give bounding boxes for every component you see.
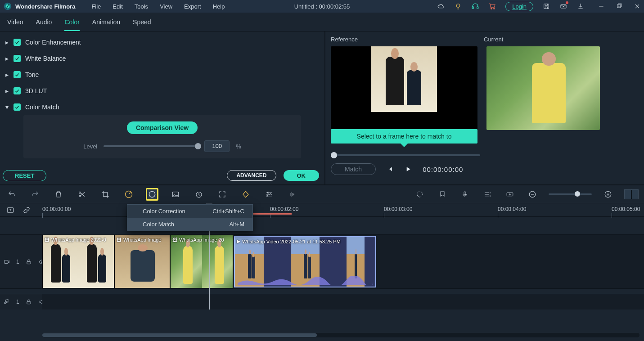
- crop-icon[interactable]: [99, 188, 112, 201]
- svg-rect-25: [464, 192, 466, 195]
- collapse-icon[interactable]: ▾: [5, 103, 9, 111]
- preview-timecode: 00:00:00:00: [423, 166, 463, 173]
- menu-export[interactable]: Export: [184, 3, 201, 10]
- match-button[interactable]: Match: [331, 163, 376, 175]
- render-icon[interactable]: [414, 188, 426, 201]
- login-button[interactable]: Login: [505, 2, 533, 11]
- tick-2: 00:00:02:00: [270, 206, 298, 212]
- checkbox[interactable]: [14, 87, 21, 94]
- row-color-match[interactable]: ▾ Color Match: [2, 99, 323, 115]
- empty-track[interactable]: [0, 217, 644, 235]
- row-color-enhancement[interactable]: ▸ Color Enhancement: [2, 34, 323, 50]
- lock-icon[interactable]: [26, 259, 32, 265]
- expand-icon[interactable]: ▸: [5, 71, 9, 78]
- slider-thumb[interactable]: [195, 143, 201, 149]
- expand-icon[interactable]: ▸: [5, 55, 9, 62]
- tab-speed[interactable]: Speed: [133, 18, 151, 31]
- fullscreen-icon[interactable]: [216, 188, 229, 201]
- zoom-slider[interactable]: [549, 193, 592, 195]
- scrubber-thumb[interactable]: [331, 152, 337, 158]
- video-track-body[interactable]: 🖼WhatsApp Image 2022-0 🖼WhatsApp Image 🖼…: [42, 235, 644, 288]
- zoom-in-icon[interactable]: [602, 188, 614, 201]
- svg-rect-12: [618, 4, 621, 7]
- audio-eq-icon[interactable]: [286, 188, 299, 201]
- tab-color[interactable]: Color: [64, 18, 79, 31]
- mixer-icon[interactable]: [481, 188, 494, 201]
- minimize-icon[interactable]: [597, 2, 605, 10]
- color-tools-icon[interactable]: [146, 188, 158, 201]
- undo-icon[interactable]: [5, 188, 18, 201]
- close-icon[interactable]: [633, 2, 641, 10]
- save-icon[interactable]: [542, 2, 550, 10]
- timeline-ruler[interactable]: 00:00:00:00 00:00:01:00 00:00:02:00 00:0…: [0, 203, 644, 217]
- checkbox[interactable]: [14, 71, 21, 78]
- delete-icon[interactable]: [52, 188, 65, 201]
- audio-track-body[interactable]: [42, 294, 644, 310]
- menu-help[interactable]: Help: [213, 3, 225, 10]
- menu-edit[interactable]: Edit: [113, 3, 122, 10]
- cart-icon[interactable]: [488, 2, 496, 10]
- tab-audio[interactable]: Audio: [36, 18, 52, 31]
- headset-icon[interactable]: [471, 2, 479, 10]
- svg-point-7: [494, 8, 495, 9]
- reference-preview[interactable]: [331, 46, 477, 130]
- advanced-button[interactable]: ADVANCED: [227, 170, 276, 181]
- tab-animation[interactable]: Animation: [92, 18, 120, 31]
- svg-point-21: [267, 192, 269, 193]
- checkbox[interactable]: [14, 55, 21, 62]
- split-icon[interactable]: [76, 188, 88, 201]
- clip-image-3[interactable]: 🖼WhatsApp Image 20: [170, 235, 233, 288]
- speed-icon[interactable]: [122, 188, 135, 201]
- menu-view[interactable]: View: [160, 3, 172, 10]
- scrollbar-thumb[interactable]: [42, 333, 317, 337]
- checkbox[interactable]: [14, 39, 21, 46]
- menu-color-correction[interactable]: Color Correction Ctrl+Shift+C: [127, 205, 252, 218]
- zoom-thumb[interactable]: [575, 191, 580, 197]
- comparison-view-button[interactable]: Comparison View: [127, 121, 198, 134]
- download-icon[interactable]: [576, 2, 585, 10]
- mail-icon[interactable]: [559, 2, 567, 10]
- menu-file[interactable]: File: [91, 3, 101, 10]
- add-track-icon[interactable]: [504, 188, 516, 201]
- checkbox[interactable]: [14, 103, 21, 111]
- level-slider[interactable]: [104, 145, 198, 147]
- level-value[interactable]: 100: [204, 140, 230, 152]
- redo-icon[interactable]: [29, 188, 41, 201]
- settings-sliders-icon[interactable]: [263, 188, 275, 201]
- label: 3D LUT: [25, 87, 47, 94]
- voiceover-icon[interactable]: [459, 188, 471, 201]
- maximize-icon[interactable]: [615, 2, 623, 10]
- add-media-icon[interactable]: [6, 206, 14, 214]
- timeline-scrollbar[interactable]: [42, 333, 639, 337]
- ok-button[interactable]: OK: [284, 170, 320, 181]
- reset-button[interactable]: RESET: [3, 170, 46, 181]
- keyframe-icon[interactable]: [239, 188, 252, 201]
- window-controls: [597, 2, 641, 10]
- screenshot-icon[interactable]: [169, 188, 182, 201]
- idea-icon[interactable]: [454, 2, 462, 10]
- duration-icon[interactable]: [193, 188, 205, 201]
- tab-video[interactable]: Video: [7, 18, 23, 31]
- play-icon[interactable]: [405, 166, 412, 173]
- menubar-right: Login: [437, 2, 641, 11]
- clip-video-1[interactable]: ▶WhatsApp Video 2022-05-21 at 11.53.25 P…: [234, 236, 376, 287]
- row-tone[interactable]: ▸ Tone: [2, 67, 323, 83]
- prev-frame-icon[interactable]: [387, 166, 394, 173]
- marker-icon[interactable]: [436, 188, 449, 201]
- cloud-icon[interactable]: [437, 2, 445, 10]
- reference-scrubber[interactable]: [331, 154, 480, 156]
- menu-color-match[interactable]: Color Match Alt+M: [127, 218, 252, 231]
- zoom-out-icon[interactable]: [526, 188, 539, 201]
- clip-image-1[interactable]: 🖼WhatsApp Image 2022-0: [42, 235, 114, 288]
- row-white-balance[interactable]: ▸ White Balance: [2, 50, 323, 67]
- link-icon[interactable]: [23, 206, 31, 214]
- menu-tools[interactable]: Tools: [135, 3, 148, 10]
- expand-icon[interactable]: ▸: [5, 39, 9, 46]
- clip-image-2[interactable]: 🖼WhatsApp Image: [114, 235, 170, 288]
- current-preview[interactable]: [486, 46, 600, 130]
- expand-icon[interactable]: ▸: [5, 87, 9, 94]
- svg-point-22: [270, 193, 271, 195]
- dual-view-toggle[interactable]: [624, 189, 639, 199]
- lock-icon[interactable]: [26, 299, 32, 305]
- row-3d-lut[interactable]: ▸ 3D LUT: [2, 83, 323, 99]
